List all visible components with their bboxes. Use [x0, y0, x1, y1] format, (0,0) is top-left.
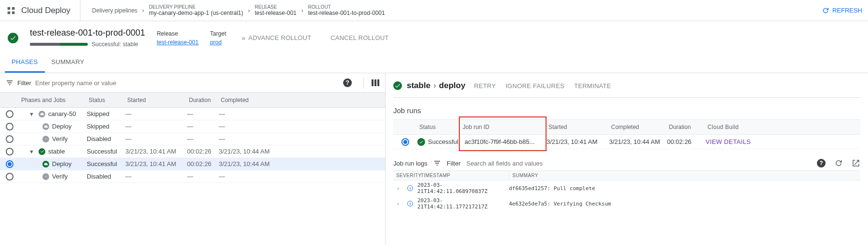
- advance-rollout-button[interactable]: » ADVANCE ROLLOUT: [238, 31, 315, 45]
- double-chevron-icon: »: [241, 34, 245, 42]
- radio-icon[interactable]: [6, 110, 13, 118]
- meta-target: Target prod: [210, 30, 226, 46]
- help-icon[interactable]: ?: [343, 78, 352, 87]
- breadcrumb-release[interactable]: RELEASE test-release-001: [251, 4, 301, 16]
- chevron-down-icon[interactable]: ▼: [29, 111, 36, 117]
- check-icon: [39, 148, 45, 155]
- job-row[interactable]: DeploySuccessful3/21/23, 10:41 AM00:02:2…: [0, 158, 385, 170]
- cloud-icon: [42, 123, 49, 130]
- tab-phases[interactable]: PHASES: [5, 52, 45, 73]
- breadcrumb-pipeline[interactable]: DELIVERY PIPELINE my-canary-demo-app-1 (…: [145, 4, 247, 16]
- job-row[interactable]: VerifyDisabled———: [0, 170, 385, 183]
- page-title: test-release-001-to-prod-0001: [30, 28, 145, 38]
- log-header: SEVERITY TIMESTAMP SUMMARY: [393, 170, 860, 181]
- job-row[interactable]: VerifyDisabled———: [0, 133, 385, 145]
- job-runs-label: Job runs: [393, 106, 860, 115]
- help-icon[interactable]: ?: [817, 159, 826, 168]
- phases-pane: Filter ? Phases and Jobs Status Started …: [0, 73, 386, 245]
- breadcrumb-rollout: ROLLOUT test-release-001-to-prod-0001: [304, 4, 388, 16]
- grid-header: Phases and Jobs Status Started Duration …: [0, 92, 385, 108]
- detail-title-row: stable › deploy RETRY IGNORE FAILURES TE…: [393, 81, 860, 98]
- chevron-right-icon: ›: [141, 7, 145, 14]
- radio-icon[interactable]: [6, 160, 13, 168]
- expand-icon[interactable]: ›: [393, 201, 403, 207]
- rollout-header: test-release-001-to-prod-0001 Successful…: [0, 21, 868, 52]
- filter-icon: [6, 79, 13, 87]
- info-icon: i: [407, 201, 413, 206]
- progress-row: Successful: stable: [30, 41, 145, 48]
- view-details-link[interactable]: VIEW DETAILS: [706, 138, 759, 145]
- stop-icon: [42, 136, 49, 142]
- filter-icon: [433, 159, 441, 167]
- filter-label: Filter: [17, 79, 31, 87]
- radio-selected-icon[interactable]: [401, 138, 409, 146]
- radio-icon[interactable]: [6, 123, 13, 130]
- tabs: PHASES SUMMARY: [0, 52, 868, 73]
- radio-icon[interactable]: [6, 173, 13, 181]
- info-icon: i: [407, 185, 413, 191]
- detail-title: stable › deploy: [407, 81, 466, 90]
- chevron-right-icon: ›: [300, 7, 304, 14]
- status-success-icon: [417, 138, 425, 146]
- chevron-right-icon: ›: [247, 7, 251, 14]
- status-success-icon: [393, 81, 402, 90]
- ignore-failures-button[interactable]: IGNORE FAILURES: [506, 82, 564, 90]
- phase-row[interactable]: ▼stableSuccessful3/21/23, 10:41 AM00:02:…: [0, 145, 385, 158]
- logs-bar: Job run logs Filter ?: [393, 156, 860, 170]
- refresh-button[interactable]: REFRESH: [822, 7, 862, 14]
- product-logo-block: Cloud Deploy: [6, 5, 80, 16]
- tab-summary[interactable]: SUMMARY: [45, 52, 91, 73]
- target-link[interactable]: prod: [210, 39, 226, 46]
- job-run-row[interactable]: Successful ac3f10fc-7f9f-46bb-b85... 3/2…: [393, 135, 860, 149]
- logs-filter-input[interactable]: [467, 160, 811, 167]
- topbar: Cloud Deploy Delivery pipelines › DELIVE…: [0, 0, 868, 21]
- product-name: Cloud Deploy: [21, 6, 70, 15]
- logs-label: Job run logs: [393, 160, 427, 167]
- runs-header: Status Job run ID Started Completed Dura…: [393, 119, 860, 135]
- refresh-icon: [822, 7, 829, 14]
- cloud-icon: [42, 161, 49, 168]
- meta-release: Release test-release-001: [157, 30, 199, 46]
- release-link[interactable]: test-release-001: [157, 39, 199, 46]
- cloud-icon: [39, 111, 45, 117]
- progress-bar: [30, 43, 88, 46]
- breadcrumb: Delivery pipelines › DELIVERY PIPELINE m…: [80, 0, 389, 21]
- svg-rect-0: [45, 139, 47, 139]
- open-external-icon[interactable]: [852, 159, 860, 168]
- columns-icon[interactable]: [363, 77, 379, 89]
- progress-label: Successful: stable: [92, 41, 138, 48]
- filter-input[interactable]: [35, 79, 339, 87]
- cloud-deploy-logo-icon: [6, 5, 16, 16]
- job-run-id: ac3f10fc-7f9f-46bb-b85...: [461, 138, 547, 145]
- chevron-right-icon: ›: [433, 81, 436, 90]
- breadcrumb-root[interactable]: Delivery pipelines: [88, 7, 141, 14]
- radio-icon[interactable]: [6, 135, 13, 143]
- phase-row[interactable]: ▼canary-50Skipped———: [0, 108, 385, 120]
- log-row[interactable]: ›i2023-03-21T14:42:11.177217217Z4e632e5d…: [393, 196, 860, 211]
- log-row[interactable]: ›i2023-03-21T14:42:11.068970837Zdf6635ed…: [393, 181, 860, 196]
- job-row[interactable]: DeploySkipped———: [0, 120, 385, 133]
- rollout-title-block: test-release-001-to-prod-0001 Successful…: [30, 28, 145, 48]
- terminate-button[interactable]: TERMINATE: [574, 82, 611, 90]
- cancel-rollout-button[interactable]: CANCEL ROLLOUT: [327, 31, 393, 44]
- stop-icon: [42, 173, 49, 180]
- refresh-icon[interactable]: [834, 159, 843, 168]
- svg-rect-1: [45, 176, 47, 177]
- radio-icon[interactable]: [6, 148, 13, 155]
- filter-bar: Filter ?: [0, 73, 385, 92]
- chevron-down-icon[interactable]: ▼: [29, 149, 36, 155]
- retry-button[interactable]: RETRY: [474, 82, 496, 90]
- expand-icon[interactable]: ›: [393, 185, 403, 192]
- detail-pane: stable › deploy RETRY IGNORE FAILURES TE…: [386, 73, 868, 245]
- status-success-icon: [8, 33, 18, 43]
